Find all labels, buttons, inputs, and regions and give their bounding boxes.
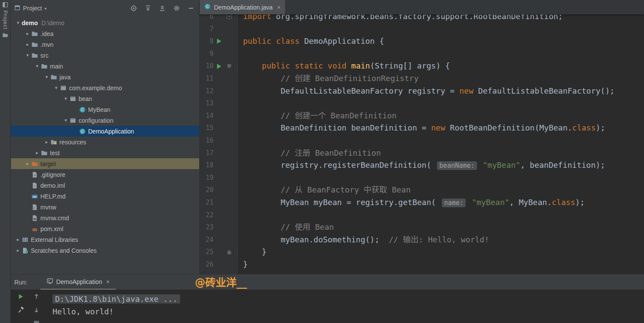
folder-icon [41,150,50,157]
fold-region-start-icon[interactable] [227,64,231,69]
file-iml-icon [31,182,40,189]
svg-text:m: m [33,226,37,232]
project-stripe-label[interactable]: Project [2,10,8,29]
down-arrow-icon[interactable] [33,306,40,314]
chevron-down-icon[interactable]: ▾ [53,85,60,91]
run-tab-demoapplication[interactable]: DemoApplication × [40,274,116,290]
collapse-all-icon[interactable] [158,4,166,12]
left-tool-stripe: Project [0,0,11,323]
code-text[interactable]: // 从 BeanFactory 中获取 Bean [238,184,411,196]
tree-item-resources[interactable]: ▸resources [11,137,199,147]
code-line-26: 26} [200,258,644,271]
build-hammer-icon[interactable] [17,306,25,314]
chevron-down-icon[interactable]: ▾ [24,52,31,58]
code-text[interactable]: // 注册 BeanDefinition [238,147,381,160]
fold-collapse-icon[interactable]: − [227,14,232,19]
chevron-down-icon[interactable]: ▾ [33,63,41,69]
editor-tab-bar: C DemoApplication.java × [200,0,644,14]
code-line-17: 17 // 注册 BeanDefinition [200,147,644,160]
expand-all-icon[interactable] [144,4,152,12]
console-settings-icon[interactable] [33,320,40,323]
fold-region-end-icon[interactable] [227,250,231,254]
up-arrow-icon[interactable] [33,293,40,300]
code-text[interactable]: DefaultListableBeanFactory registry = ne… [238,85,614,98]
tree-item-external-libraries[interactable]: ▸External Libraries [11,234,199,245]
code-text[interactable]: registry.registerBeanDefinition( beanNam… [238,159,605,172]
console-line[interactable]: Hello, world! [53,305,644,318]
code-text[interactable]: myBean.doSomething(); // 输出: Hello, worl… [238,234,489,246]
svg-text:C: C [206,4,209,9]
file-cmd-icon [31,215,40,222]
chevron-down-icon[interactable]: ▾ [62,96,69,101]
tree-item-com-example-demo[interactable]: ▾com.example.demo [11,82,199,93]
project-view-title: Project [23,5,42,12]
code-text[interactable]: public static void main(String[] args) { [238,60,450,72]
tree-item-demoapplication[interactable]: CDemoApplication [11,126,199,137]
console-line[interactable]: D:\JDK1.8\bin\java.exe ... [53,293,644,305]
tree-item-idea[interactable]: ▸.idea [11,28,199,39]
chevron-down-icon[interactable]: ▾ [43,74,50,80]
chevron-right-icon[interactable]: ▸ [24,31,31,36]
hide-panel-icon[interactable] [187,4,195,12]
tree-item-help-md[interactable]: MDHELP.md [11,191,199,202]
tree-item-target[interactable]: ▸target [11,158,199,169]
tree-item-pom-xml[interactable]: mpom.xml [11,223,199,234]
chevron-down-icon[interactable]: ▾ [14,20,22,26]
tree-item-scratches-and-consoles[interactable]: ▸Scratches and Consoles [11,245,199,256]
code-text[interactable]: MyBean myBean = registry.getBean( name: … [238,196,585,209]
chevron-right-icon[interactable]: ▸ [33,150,41,156]
code-text[interactable]: // 创建一个 BeanDefinition [238,110,397,122]
tree-item-mvnw[interactable]: mvnw [11,202,199,212]
chevron-right-icon[interactable]: ▸ [14,237,22,242]
code-text[interactable]: } [238,258,248,271]
code-text[interactable] [238,48,243,60]
run-gutter-icon[interactable] [217,39,221,44]
close-icon[interactable]: × [106,278,109,285]
code-text[interactable]: public class DemoApplication { [238,35,384,48]
code-text[interactable] [238,23,243,36]
locate-icon[interactable] [130,4,138,12]
tree-item-demo-iml[interactable]: demo.iml [11,180,199,191]
settings-gear-icon[interactable] [173,4,181,12]
chevron-down-icon[interactable]: ▾ [62,117,69,123]
tree-item-mvn[interactable]: ▸.mvn [11,39,199,50]
code-text[interactable]: import org.springframework.beans.factory… [238,14,563,23]
tree-item-java[interactable]: ▾java [11,72,199,82]
console-output[interactable]: D:\JDK1.8\bin\java.exe ...Hello, world! [49,290,644,323]
run-gutter-icon[interactable] [217,64,221,69]
chevron-down-icon: ▾ [45,6,47,11]
code-text[interactable]: // 使用 Bean [238,221,334,234]
project-view-switcher[interactable]: Project ▾ [14,5,47,12]
tree-item-bean[interactable]: ▾bean [11,93,199,104]
tree-item-gitignore[interactable]: .gitignore [11,169,199,180]
tree-item-mvnw-cmd[interactable]: mvnw.cmd [11,212,199,223]
line-number: 16 [200,134,214,147]
chevron-right-icon[interactable]: ▸ [24,42,31,47]
tree-item-demo[interactable]: ▾demoD:\demo [11,17,199,28]
chevron-right-icon[interactable]: ▸ [43,139,50,145]
code-line-19: 19 [200,172,644,184]
tree-item-mybean[interactable]: CMyBean [11,104,199,115]
tree-item-test[interactable]: ▸test [11,147,199,158]
close-icon[interactable]: × [277,4,280,11]
project-toolbar-actions [130,4,195,12]
tree-item-configuration[interactable]: ▾configuration [11,115,199,126]
tree-item-src[interactable]: ▾src [11,50,199,61]
folder-icon [31,30,40,37]
code-text[interactable] [238,172,243,184]
chevron-right-icon[interactable]: ▸ [24,161,31,166]
class-icon: C [79,128,88,135]
rerun-icon[interactable] [17,293,25,300]
code-text[interactable]: BeanDefinition beanDefinition = new Root… [238,122,605,134]
code-text[interactable] [238,97,243,110]
code-text[interactable]: } [238,246,266,258]
chevron-right-icon[interactable]: ▸ [14,248,22,253]
code-text[interactable] [238,134,243,147]
editor-tab-demoapplication[interactable]: C DemoApplication.java × [200,0,285,14]
code-area[interactable]: 6−import org.springframework.beans.facto… [200,14,644,274]
line-number: 9 [200,48,214,60]
tool-window-icon[interactable] [2,1,9,8]
code-text[interactable]: // 创建 BeanDefinitionRegistry [238,72,418,85]
code-text[interactable] [238,209,243,222]
tree-item-main[interactable]: ▾main [11,61,199,72]
